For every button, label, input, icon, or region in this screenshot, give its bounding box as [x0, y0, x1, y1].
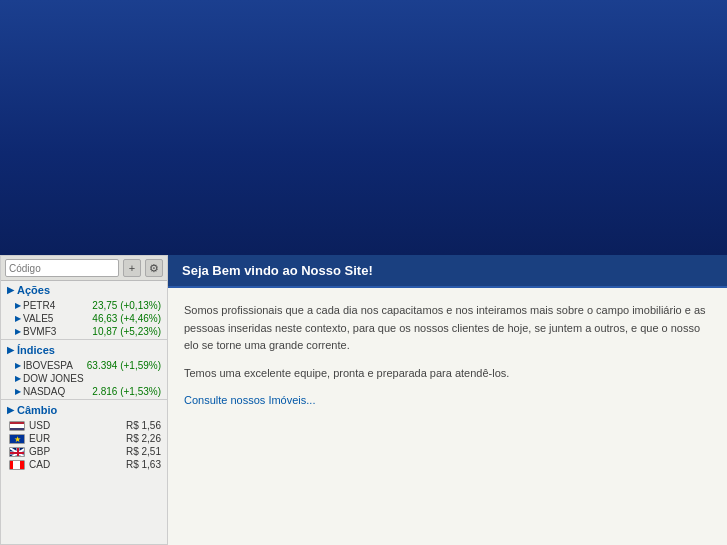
stock-arrow-icon: ▶ [15, 301, 21, 310]
stock-petr4[interactable]: ▶ PETR4 23,75 (+0,13%) [1, 299, 167, 312]
add-button[interactable]: + [123, 259, 141, 277]
currency-usd[interactable]: USD R$ 1,56 [1, 419, 167, 432]
stock-arrow-icon: ▶ [15, 327, 21, 336]
paragraph-2: Temos uma excelente equipe, pronta e pre… [184, 365, 711, 383]
section-acoes-header[interactable]: ▶ Ações [1, 281, 167, 299]
index-dowjones[interactable]: ▶ DOW JONES [1, 372, 167, 385]
index-arrow-icon: ▶ [15, 374, 21, 383]
cambio-arrow-icon: ▶ [7, 405, 14, 415]
currency-cad[interactable]: CAD R$ 1,63 [1, 458, 167, 471]
search-box[interactable] [5, 259, 119, 277]
top-band [0, 0, 727, 255]
settings-button[interactable]: ⚙ [145, 259, 163, 277]
settings-icon: ⚙ [149, 262, 159, 275]
section-cambio-header[interactable]: ▶ Câmbio [1, 401, 167, 419]
sidebar-toolbar: + ⚙ [1, 256, 167, 281]
stock-vale5[interactable]: ▶ VALE5 46,63 (+4,46%) [1, 312, 167, 325]
index-arrow-icon: ▶ [15, 361, 21, 370]
index-nasdaq[interactable]: ▶ NASDAQ 2.816 (+1,53%) [1, 385, 167, 398]
cad-flag-icon [9, 460, 25, 470]
search-input[interactable] [9, 263, 115, 274]
imoveis-link[interactable]: Consulte nossos Imóveis... [184, 394, 315, 406]
section-indices-header[interactable]: ▶ Índices [1, 341, 167, 359]
bottom-area: + ⚙ ▶ Ações ▶ PETR4 23,75 (+0,13%) ▶ VAL… [0, 255, 727, 545]
gbp-flag-icon [9, 447, 25, 457]
usd-flag-icon [9, 421, 25, 431]
page-background: + ⚙ ▶ Ações ▶ PETR4 23,75 (+0,13%) ▶ VAL… [0, 0, 727, 545]
stock-bvmf3[interactable]: ▶ BVMF3 10,87 (+5,23%) [1, 325, 167, 338]
paragraph-1: Somos profissionais que a cada dia nos c… [184, 302, 711, 355]
indices-arrow-icon: ▶ [7, 345, 14, 355]
content-body: Somos profissionais que a cada dia nos c… [168, 288, 727, 545]
content-header: Seja Bem vindo ao Nosso Site! [168, 255, 727, 288]
acoes-arrow-icon: ▶ [7, 285, 14, 295]
paragraph-3[interactable]: Consulte nossos Imóveis... [184, 392, 711, 410]
sidebar: + ⚙ ▶ Ações ▶ PETR4 23,75 (+0,13%) ▶ VAL… [0, 255, 168, 545]
main-content: Seja Bem vindo ao Nosso Site! Somos prof… [168, 255, 727, 545]
currency-gbp[interactable]: GBP R$ 2,51 [1, 445, 167, 458]
eur-flag-icon: ★ [9, 434, 25, 444]
page-title: Seja Bem vindo ao Nosso Site! [182, 263, 713, 278]
index-ibovespa[interactable]: ▶ IBOVESPA 63.394 (+1,59%) [1, 359, 167, 372]
divider-1 [1, 339, 167, 340]
divider-2 [1, 399, 167, 400]
currency-eur[interactable]: ★ EUR R$ 2,26 [1, 432, 167, 445]
stock-arrow-icon: ▶ [15, 314, 21, 323]
index-arrow-icon: ▶ [15, 387, 21, 396]
